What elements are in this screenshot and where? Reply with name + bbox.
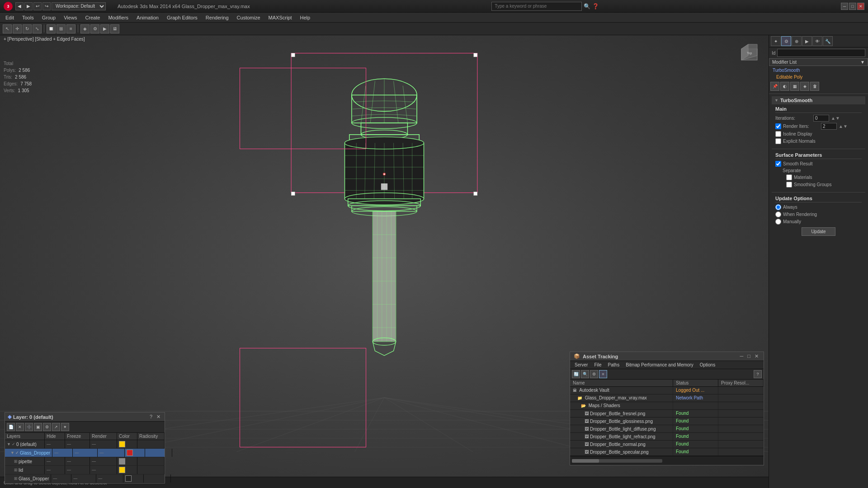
menu-graph-editors[interactable]: Graph Editors [163, 14, 201, 21]
freeze-dropper[interactable]: — [71, 474, 96, 483]
render-dropper[interactable]: — [96, 474, 123, 483]
asset-filter-btn[interactable]: ⚙ [590, 370, 598, 378]
search-input[interactable] [491, 2, 582, 11]
nav-forward-btn[interactable]: ▶ [24, 2, 33, 10]
asset-find-btn[interactable]: 🔍 [581, 370, 589, 378]
workspace-select[interactable]: Workspace: Default [52, 2, 106, 10]
delete-layer-btn[interactable]: ✕ [16, 423, 24, 431]
align-tool[interactable]: ≡ [66, 24, 75, 33]
radiosity-pipette[interactable] [137, 457, 165, 465]
render-iters-checkbox[interactable] [775, 123, 781, 129]
maximize-btn[interactable]: □ [849, 3, 856, 10]
layer-check-default[interactable]: ✓ [12, 442, 15, 446]
when-rendering-radio[interactable] [775, 211, 781, 217]
viewport-cube[interactable]: Top [737, 40, 764, 67]
move-tool[interactable]: ✛ [13, 24, 22, 33]
snap-tool[interactable]: 🔲 [47, 24, 56, 33]
color-lid[interactable] [117, 466, 137, 474]
radiosity-default[interactable] [137, 440, 165, 448]
layer-row-pipette[interactable]: ⊞ pipette — — — [5, 457, 165, 466]
hide-glass[interactable]: — [52, 449, 73, 457]
asset-scrollbar-thumb[interactable] [572, 459, 599, 463]
show-result-icon[interactable]: ▦ [790, 82, 799, 91]
hide-dropper[interactable]: — [51, 474, 71, 483]
nav-back-btn[interactable]: ◀ [15, 2, 24, 10]
menu-customize[interactable]: Customize [233, 14, 264, 21]
layer-properties-btn[interactable]: ⚙ [43, 423, 51, 431]
asset-row-refract[interactable]: 🖼 Dropper_Bottle_light_refract.png Found [570, 433, 764, 441]
asset-minimize-btn[interactable]: ─ [739, 353, 745, 359]
utilities-tab[interactable]: 🔧 [823, 36, 833, 46]
render-setup[interactable]: ⚙ [90, 24, 99, 33]
menu-group[interactable]: Group [38, 14, 60, 21]
remove-modifier-icon[interactable]: 🗑 [810, 82, 819, 91]
menu-views[interactable]: Views [60, 14, 80, 21]
asset-scrollbar-track[interactable] [572, 459, 662, 463]
asset-menu-options[interactable]: Options [697, 362, 718, 368]
menu-edit[interactable]: Edit [2, 14, 18, 21]
freeze-default[interactable]: — [65, 440, 90, 448]
asset-maximize-btn[interactable]: □ [746, 353, 752, 359]
active-shade-icon[interactable]: ◐ [780, 82, 789, 91]
hide-lid[interactable]: — [45, 466, 65, 474]
menu-modifiers[interactable]: Modifiers [104, 14, 132, 21]
add-selection-btn[interactable]: ➕ [25, 423, 33, 431]
layer-check-glass[interactable]: ✓ [15, 450, 19, 455]
layer-help-btn[interactable]: ? [148, 414, 154, 420]
radiosity-dropper[interactable] [144, 474, 171, 483]
highlight-selected-btn[interactable]: ✦ [61, 423, 69, 431]
menu-help[interactable]: Help [297, 14, 314, 21]
iterations-spinner[interactable]: ▲▼ [831, 116, 840, 121]
iterations-input[interactable] [813, 115, 829, 122]
asset-row-vault[interactable]: 🏛 Autodesk Vault Logged Out ... [570, 387, 764, 394]
freeze-lid[interactable]: — [65, 466, 90, 474]
undo-btn[interactable]: ↩ [33, 2, 42, 10]
asset-view-toggle[interactable]: ≡ [599, 370, 607, 378]
asset-row-specular[interactable]: 🖼 Dropper_Bottle_specular.png Found [570, 448, 764, 456]
menu-tools[interactable]: Tools [19, 14, 38, 21]
freeze-pipette[interactable]: — [65, 457, 90, 465]
asset-menu-server[interactable]: Server [572, 362, 590, 368]
asset-scrollbar[interactable] [570, 456, 764, 465]
render-default[interactable]: — [90, 440, 117, 448]
asset-menu-paths[interactable]: Paths [605, 362, 623, 368]
motion-tab[interactable]: ▶ [802, 36, 812, 46]
render-pipette[interactable]: — [90, 457, 117, 465]
asset-row-diffuse[interactable]: 🖼 Dropper_Bottle_light_diffuse.png Found [570, 425, 764, 433]
turbosmooth-title[interactable]: ▼ TurboSmooth [772, 96, 865, 104]
menu-rendering[interactable]: Rendering [202, 14, 232, 21]
menu-animation[interactable]: Animation [133, 14, 162, 21]
modifier-editable-poly[interactable]: Editable Poly [769, 74, 868, 80]
redo-btn[interactable]: ↪ [42, 2, 51, 10]
layer-row-default[interactable]: ▼ ✓ 0 (default) — — — [5, 440, 165, 449]
menu-create[interactable]: Create [81, 14, 104, 21]
make-unique-icon[interactable]: ◈ [800, 82, 809, 91]
asset-menu-file[interactable]: File [591, 362, 604, 368]
asset-close-btn[interactable]: ✕ [753, 353, 760, 359]
modifier-turbosmooth[interactable]: TurboSmooth [769, 67, 868, 74]
close-btn[interactable]: ✕ [857, 3, 864, 10]
render-btn[interactable]: ▶ [100, 24, 109, 33]
asset-row-normal[interactable]: 🖼 Dropper_Bottle_normal.png Found [570, 441, 764, 448]
update-button[interactable]: Update [802, 227, 835, 236]
freeze-glass[interactable]: — [73, 449, 98, 457]
explicit-normals-checkbox[interactable] [775, 138, 781, 144]
manually-radio[interactable] [775, 219, 781, 225]
asset-row-maps[interactable]: 📂 Maps / Shaders [570, 402, 764, 410]
isoline-checkbox[interactable] [775, 131, 781, 137]
asset-row-maxfile[interactable]: 📁 Glass_Dropper_max_vray.max Network Pat… [570, 394, 764, 402]
asset-row-glossiness[interactable]: 🖼 Dropper_Bottle_glossiness.png Found [570, 418, 764, 425]
help-icon[interactable]: ❓ [592, 3, 599, 9]
id-input[interactable] [777, 49, 865, 57]
minimize-btn[interactable]: ─ [841, 3, 848, 10]
render-lid[interactable]: — [90, 466, 117, 474]
asset-menu-bitmap-perf[interactable]: Bitmap Performance and Memory [623, 362, 696, 368]
mirror-tool[interactable]: ⊞ [57, 24, 66, 33]
hide-pipette[interactable]: — [45, 457, 65, 465]
radiosity-lid[interactable] [137, 466, 165, 474]
menu-maxscript[interactable]: MAXScript [265, 14, 296, 21]
material-editor[interactable]: ◈ [80, 24, 90, 33]
render-iters-spinner[interactable]: ▲▼ [839, 124, 848, 129]
smoothing-groups-checkbox[interactable] [786, 182, 792, 188]
color-default[interactable] [117, 440, 137, 448]
